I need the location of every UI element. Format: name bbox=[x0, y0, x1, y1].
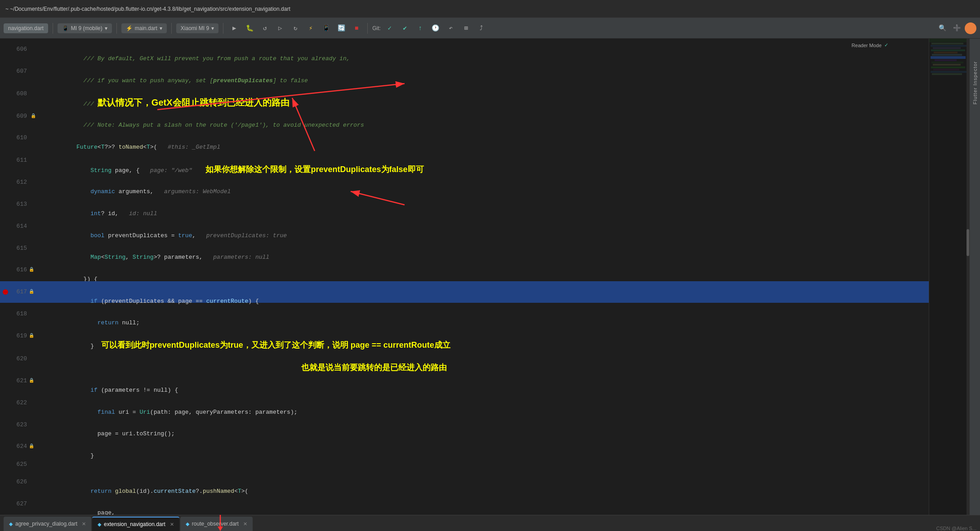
profile-button[interactable]: ↻ bbox=[289, 22, 302, 35]
breakpoint-617 bbox=[3, 289, 8, 295]
title-bar: ~ ~/Documents/Env/flutter/.pub-cache/hos… bbox=[0, 0, 980, 18]
tab-agree-privacy[interactable]: ◆ agree_privacy_dialog.dart ✕ bbox=[4, 517, 91, 531]
fold-icon-624: 🔒 bbox=[29, 440, 34, 453]
profile-icon[interactable] bbox=[965, 22, 976, 34]
code-line-612: 612 dynamic arguments, arguments: WebMod… bbox=[0, 172, 929, 194]
line-content-612[interactable]: dynamic arguments, arguments: WebModel bbox=[32, 172, 929, 194]
reload-button[interactable]: ↺ bbox=[258, 22, 271, 35]
stop-button[interactable]: ■ bbox=[350, 22, 363, 35]
code-line-619: 619 🔒 } 可以看到此时preventDuplicates为true，又进入… bbox=[0, 325, 929, 347]
search-icon[interactable]: 🔍 bbox=[936, 22, 949, 35]
minimap-panel bbox=[929, 39, 969, 515]
line-number-617: 617 🔒 bbox=[0, 281, 32, 303]
line-content-607[interactable]: /// if you want to push anyway, set [pre… bbox=[32, 61, 929, 83]
git-diff-icon[interactable]: ⊞ bbox=[460, 22, 472, 35]
tab-main-dart[interactable]: ⚡ main.dart ▾ bbox=[121, 23, 167, 33]
dart-icon-3: ◆ bbox=[186, 521, 189, 527]
line-content-622[interactable]: final uri = Uri(path: page, queryParamet… bbox=[32, 392, 929, 414]
tab-close-agree[interactable]: ✕ bbox=[82, 521, 86, 527]
line-number-625: 625 bbox=[0, 458, 32, 471]
minimap-row bbox=[932, 54, 962, 56]
run-button[interactable]: ▶ bbox=[228, 22, 241, 35]
git-clock-icon[interactable]: 🕐 bbox=[429, 22, 442, 35]
line-content-615[interactable]: Map<String, String>? parameters, paramet… bbox=[32, 237, 929, 259]
line-content-626[interactable]: return global(id).currentState?.pushName… bbox=[32, 471, 929, 493]
tab-ext-label: extension_navigation.dart bbox=[104, 521, 165, 527]
minimap-row bbox=[931, 49, 965, 51]
git-push-icon[interactable]: ⤴ bbox=[475, 22, 488, 35]
tab-route-observer[interactable]: ◆ route_observer.dart ✕ bbox=[180, 517, 253, 531]
fold-icon-616: 🔒 bbox=[29, 263, 34, 277]
code-line-614: 614 bool preventDuplicates = true, preve… bbox=[0, 216, 929, 238]
line-content-611[interactable]: String page, { page: "/web"如果你想解除这个限制，设置… bbox=[32, 149, 929, 172]
line-content-625[interactable] bbox=[32, 458, 929, 471]
line-content-616[interactable]: }) { bbox=[32, 259, 929, 281]
git-undo-icon[interactable]: ↶ bbox=[445, 22, 457, 35]
tab-extension-nav[interactable]: ◆ extension_navigation.dart ✕ bbox=[92, 517, 179, 531]
tab-xiaomi[interactable]: Xiaomi MI 9 ▾ bbox=[176, 23, 218, 33]
code-line-622: 622 final uri = Uri(path: page, queryPar… bbox=[0, 392, 929, 414]
scroll-track[interactable] bbox=[967, 39, 969, 515]
code-line-608: 608 /// 默认情况下，GetX会阻止跳转到已经进入的路由 bbox=[0, 82, 929, 105]
page-627: page, bbox=[76, 509, 115, 515]
minimap-row-highlight bbox=[931, 56, 966, 59]
line-content-606[interactable]: /// By default, GetX will prevent you fr… bbox=[32, 39, 929, 61]
xiaomi-label: Xiaomi MI 9 bbox=[181, 25, 209, 31]
line-content-614[interactable]: bool preventDuplicates = true, preventDu… bbox=[32, 216, 929, 238]
code-line-610: 610 Future<T?>? toNamed<T>( #this: _GetI… bbox=[0, 127, 929, 149]
line-content-618[interactable]: return null; bbox=[32, 303, 929, 325]
code-line-613: 613 int? id, id: null bbox=[0, 194, 929, 216]
minimap-row bbox=[931, 62, 963, 63]
debug-button[interactable]: 🐛 bbox=[243, 22, 256, 35]
line-number-610: 610 bbox=[0, 127, 32, 149]
device-icon: 📱 bbox=[62, 25, 69, 31]
code-line-615: 615 Map<String, String>? parameters, par… bbox=[0, 237, 929, 259]
git-arrow-up-icon[interactable]: ↑ bbox=[414, 22, 427, 35]
minimap-row bbox=[931, 71, 967, 73]
line-number-618: 618 bbox=[0, 303, 32, 325]
line-content-620[interactable]: 也就是说当前要跳转的是已经进入的路由 bbox=[32, 347, 929, 370]
line-content-608[interactable]: /// 默认情况下，GetX会阻止跳转到已经进入的路由 bbox=[32, 82, 929, 105]
code-line-611: 611 String page, { page: "/web"如果你想解除这个限… bbox=[0, 149, 929, 172]
lightning-button[interactable]: ⚡ bbox=[304, 22, 317, 35]
scroll-thumb[interactable] bbox=[967, 229, 969, 256]
line-content-613[interactable]: int? id, id: null bbox=[32, 194, 929, 216]
line-content-617[interactable]: if (preventDuplicates && page == current… bbox=[32, 281, 929, 303]
line-content-627[interactable]: page, bbox=[32, 493, 929, 515]
tab-close-route[interactable]: ✕ bbox=[243, 521, 247, 527]
line-number-609: 609 🔒 bbox=[0, 105, 32, 127]
run-button-2[interactable]: ▷ bbox=[274, 22, 286, 35]
line-content-624[interactable]: } bbox=[32, 436, 929, 458]
line-number-612: 612 bbox=[0, 172, 32, 194]
flutter-inspector-sidebar[interactable]: Flutter Inspector bbox=[969, 39, 980, 515]
chevron-down-icon-3: ▾ bbox=[211, 25, 214, 31]
line-content-610[interactable]: Future<T?>? toNamed<T>( #this: _GetImpl bbox=[32, 127, 929, 149]
main-label: main.dart bbox=[135, 25, 157, 31]
code-line-607: 607 /// if you want to push anyway, set … bbox=[0, 61, 929, 83]
line-content-623[interactable]: page = uri.toString(); bbox=[32, 414, 929, 436]
toolbar-separator-4 bbox=[223, 23, 223, 34]
dart-icon-2: ◆ bbox=[98, 522, 101, 527]
tab-navigation-dart[interactable]: navigation.dart bbox=[4, 23, 48, 33]
csdn-watermark: CSDN @Alien S... bbox=[936, 526, 976, 531]
minimap-row bbox=[929, 39, 969, 42]
hot-reload-btn[interactable]: 🔄 bbox=[335, 22, 347, 35]
line-number-616: 616 🔒 bbox=[0, 259, 32, 281]
git-checkmark-icon[interactable]: ✔ bbox=[399, 22, 411, 35]
code-line-609: 609 🔒 /// Note: Always put a slash on th… bbox=[0, 105, 929, 127]
line-content-619[interactable]: } 可以看到此时preventDuplicates为true，又进入到了这个判断… bbox=[32, 325, 929, 347]
line-content-621[interactable]: if (parameters != null) { bbox=[32, 370, 929, 392]
tab-close-ext[interactable]: ✕ bbox=[170, 522, 174, 527]
line-content-609[interactable]: /// Note: Always put a slash on the rout… bbox=[32, 105, 929, 127]
device-icon-btn[interactable]: 📱 bbox=[320, 22, 332, 35]
add-icon[interactable]: ➕ bbox=[950, 22, 963, 35]
tab-device[interactable]: 📱 MI 9 (mobile) ▾ bbox=[58, 23, 112, 33]
git-label: Git: bbox=[372, 25, 381, 31]
minimap-row bbox=[931, 43, 963, 44]
main-icon: ⚡ bbox=[126, 25, 133, 31]
tab-agree-label: agree_privacy_dialog.dart bbox=[15, 521, 77, 527]
minimap-row bbox=[931, 66, 965, 68]
git-check-icon[interactable]: ✓ bbox=[383, 22, 396, 35]
line-number-620: 620 bbox=[0, 347, 32, 370]
code-area: 606 /// By default, GetX will prevent yo… bbox=[0, 39, 929, 515]
